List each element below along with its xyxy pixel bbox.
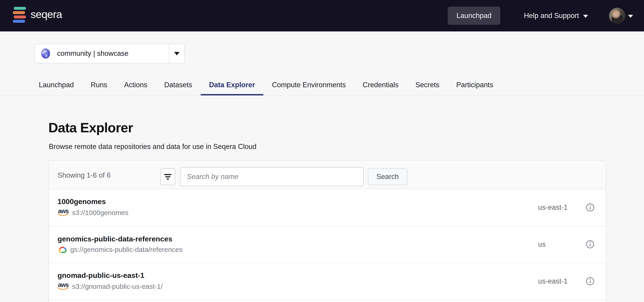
info-icon[interactable] <box>584 277 596 286</box>
tab-data-explorer[interactable]: Data Explorer <box>200 79 264 95</box>
tab-launchpad[interactable]: Launchpad <box>30 79 82 95</box>
bucket-row-1000genomes[interactable]: 1000genomes aws s3://1000genomes us-east… <box>49 189 606 226</box>
tab-credentials[interactable]: Credentials <box>354 79 407 95</box>
launchpad-button[interactable]: Launchpad <box>448 6 500 25</box>
tab-compute-environments[interactable]: Compute Environments <box>263 79 354 95</box>
info-icon[interactable] <box>584 203 596 212</box>
data-explorer-page: seqera Launchpad Help and Support <box>0 0 644 302</box>
info-icon[interactable] <box>584 240 596 249</box>
bucket-region: us-east-1 <box>538 277 584 285</box>
chevron-down-icon <box>628 15 633 18</box>
data-links-card: Showing 1-6 of 6 Search 1000genomes aws <box>48 160 606 302</box>
workspace-selector-value[interactable]: community | showcase <box>35 44 169 63</box>
aws-icon: aws <box>58 208 69 217</box>
bucket-region: us-east-1 <box>538 203 584 212</box>
bucket-row-gnomad-public-us-east-1[interactable]: gnomad-public-us-east-1 aws s3://gnomad-… <box>49 263 606 300</box>
chevron-down-icon <box>174 52 180 55</box>
help-and-support-menu[interactable]: Help and Support <box>524 12 588 20</box>
help-and-support-label: Help and Support <box>524 12 579 20</box>
filter-icon <box>164 174 172 180</box>
workspace-selector: community | showcase <box>34 44 185 63</box>
avatar[interactable] <box>609 8 625 24</box>
bucket-uri: gs://genomics-public-data/references <box>70 246 182 253</box>
page-title: Data Explorer <box>48 120 133 136</box>
tab-datasets[interactable]: Datasets <box>156 79 200 95</box>
showing-count: Showing 1-6 of 6 <box>58 171 111 179</box>
bucket-uri: s3://gnomad-public-us-east-1/ <box>72 283 163 290</box>
list-toolbar: Showing 1-6 of 6 Search <box>49 160 606 189</box>
workspace-tabs: Launchpad Runs Actions Datasets Data Exp… <box>30 79 502 95</box>
filter-button[interactable] <box>160 168 175 185</box>
bucket-region: us <box>538 240 584 249</box>
page-subtitle: Browse remote data repositories and data… <box>49 143 256 151</box>
tab-runs[interactable]: Runs <box>82 79 116 95</box>
top-navbar: seqera Launchpad Help and Support <box>0 0 644 31</box>
workspace-name: community | showcase <box>57 49 128 58</box>
bucket-uri: s3://1000genomes <box>72 209 128 216</box>
tab-secrets[interactable]: Secrets <box>407 79 448 95</box>
bucket-row-genomics-public-data-references[interactable]: genomics-public-data-references gs://gen… <box>49 226 606 263</box>
workspace-selector-dropdown-button[interactable] <box>169 44 184 63</box>
search-button[interactable]: Search <box>368 168 407 185</box>
google-cloud-icon <box>58 246 67 254</box>
chevron-down-icon <box>583 15 588 18</box>
bucket-name[interactable]: genomics-public-data-references <box>58 235 538 243</box>
bucket-name[interactable]: 1000genomes <box>58 198 538 206</box>
search-input[interactable] <box>180 167 364 186</box>
tab-participants[interactable]: Participants <box>448 79 502 95</box>
aws-icon: aws <box>58 282 69 291</box>
globe-icon <box>40 48 51 59</box>
brand-name: seqera <box>30 9 62 21</box>
user-menu[interactable] <box>609 8 633 24</box>
bucket-name[interactable]: gnomad-public-us-east-1 <box>58 272 538 280</box>
seqera-logo-icon <box>13 7 26 23</box>
seqera-logo[interactable]: seqera <box>13 7 62 23</box>
tab-actions[interactable]: Actions <box>116 79 156 95</box>
navbar-right: Launchpad Help and Support <box>448 0 633 31</box>
